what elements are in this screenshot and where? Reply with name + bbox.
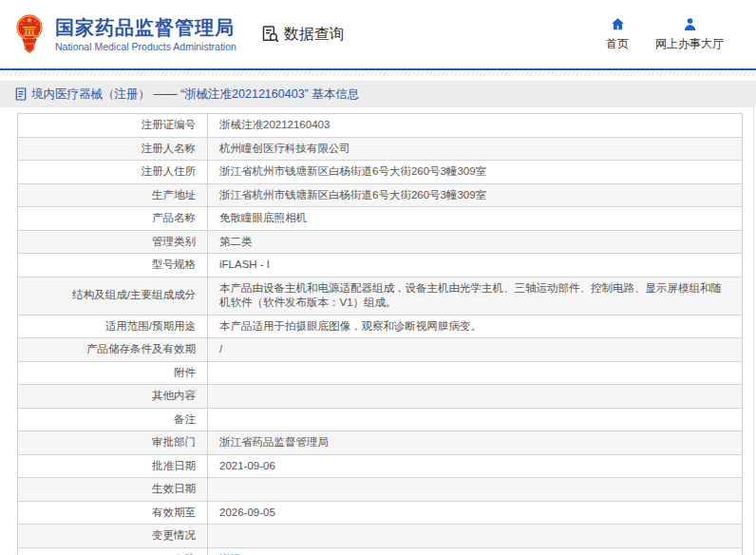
row-label: 型号规格 (18, 254, 208, 278)
row-label: 注 (18, 547, 208, 555)
org-name-cn: 国家药品监督管理局 (55, 17, 236, 39)
row-value (208, 525, 743, 548)
hatched-band (0, 70, 756, 77)
row-label: 注册人住所 (18, 161, 208, 184)
row-label: 产品储存条件及有效期 (18, 338, 208, 362)
national-emblem-icon (15, 13, 44, 55)
table-row: 管理类别第二类 (18, 230, 743, 254)
data-query-nav[interactable]: 数据查询 (261, 25, 345, 45)
page: 国家药品监督管理局 National Medical Products Admi… (0, 0, 756, 555)
row-label: 管理类别 (18, 230, 208, 254)
table-row: 注册人住所浙江省杭州市钱塘新区白杨街道6号大街260号3幢309室 (18, 161, 743, 184)
row-value: 第二类 (208, 230, 743, 254)
breadcrumb: 境内医疗器械（注册） —— “浙械注准20212160403” 基本信息 (0, 81, 756, 107)
nav-service-hall[interactable]: 网上办事大厅 (655, 16, 724, 52)
row-label: 变更情况 (18, 525, 208, 548)
table-row: 备注 (18, 408, 743, 431)
row-value: 杭州瞳创医疗科技有限公司 (208, 137, 743, 161)
row-label: 批准日期 (18, 454, 208, 478)
table-row: 审批部门浙江省药品监督管理局 (18, 431, 743, 455)
row-value: 本产品适用于拍摄眼底图像，观察和诊断视网膜病变。 (208, 315, 743, 338)
org-title-block: 国家药品监督管理局 National Medical Products Admi… (55, 17, 236, 52)
row-label: 产品名称 (18, 207, 208, 231)
table-row: 适用范围/预期用途本产品适用于拍摄眼底图像，观察和诊断视网膜病变。 (18, 315, 743, 338)
row-label: 注册人名称 (18, 137, 208, 161)
nav-home-label: 首页 (606, 36, 629, 52)
row-label: 有效期至 (18, 501, 208, 525)
home-icon (610, 16, 626, 32)
nav-home[interactable]: 首页 (606, 16, 629, 52)
row-value: 2026-09-05 (208, 501, 743, 525)
org-name-en: National Medical Products Administration (55, 41, 236, 52)
row-label: 附件 (18, 361, 208, 385)
table-row: 结构及组成/主要组成成分本产品由设备主机和电源适配器组成，设备主机由光学主机、三… (18, 277, 743, 315)
row-value: / (208, 338, 743, 362)
row-value (208, 361, 743, 385)
row-label: 生效日期 (18, 478, 208, 502)
row-value (208, 478, 743, 502)
document-search-icon (261, 25, 280, 44)
row-value (208, 408, 743, 431)
document-icon (15, 87, 27, 101)
row-label: 适用范围/预期用途 (18, 315, 208, 338)
data-query-label: 数据查询 (284, 25, 345, 45)
table-row: 产品名称免散瞳眼底照相机 (18, 207, 743, 231)
table-row: 注详情 (18, 547, 743, 555)
row-value: 浙江省药品监督管理局 (208, 431, 743, 455)
row-value: 浙江省杭州市钱塘新区白杨街道6号大街260号3幢309室 (208, 161, 743, 184)
nav-service-hall-label: 网上办事大厅 (655, 36, 724, 52)
row-value: 浙江省杭州市钱塘新区白杨街道6号大街260号3幢309室 (208, 183, 743, 207)
row-label: 结构及组成/主要组成成分 (18, 277, 208, 315)
table-row: 型号规格iFLASH - I (18, 254, 743, 278)
row-value: iFLASH - I (208, 254, 743, 278)
table-row: 其他内容 (18, 385, 743, 409)
table-row: 附件 (18, 361, 743, 385)
breadcrumb-text: 境内医疗器械（注册） —— “浙械注准20212160403” 基本信息 (31, 86, 359, 103)
table-row: 注册证编号浙械注准20212160403 (18, 114, 743, 138)
table-row: 生产地址浙江省杭州市钱塘新区白杨街道6号大街260号3幢309室 (18, 183, 743, 207)
info-table-wrap: 注册证编号浙械注准20212160403注册人名称杭州瞳创医疗科技有限公司注册人… (0, 107, 756, 555)
table-row: 生效日期 (18, 478, 743, 502)
row-value: 浙械注准20212160403 (208, 114, 743, 138)
table-row: 注册人名称杭州瞳创医疗科技有限公司 (18, 137, 743, 161)
row-value: 本产品由设备主机和电源适配器组成，设备主机由光学主机、三轴运动部件、控制电路、显… (208, 277, 743, 315)
row-label: 生产地址 (18, 183, 208, 207)
row-value: 2021-09-06 (208, 454, 743, 478)
row-label: 注册证编号 (18, 114, 208, 138)
row-label: 审批部门 (18, 431, 208, 455)
row-label: 其他内容 (18, 385, 208, 409)
site-header: 国家药品监督管理局 National Medical Products Admi… (0, 0, 756, 68)
table-row: 批准日期2021-09-06 (18, 454, 743, 478)
table-row: 产品储存条件及有效期/ (18, 338, 743, 362)
top-nav: 首页 网上办事大厅 (606, 16, 724, 52)
table-row: 有效期至2026-09-05 (18, 501, 743, 525)
person-icon (682, 16, 698, 32)
row-value: 详情 (208, 547, 743, 555)
registration-info-table: 注册证编号浙械注准20212160403注册人名称杭州瞳创医疗科技有限公司注册人… (17, 113, 743, 555)
table-row: 变更情况 (18, 525, 743, 548)
info-table-body: 注册证编号浙械注准20212160403注册人名称杭州瞳创医疗科技有限公司注册人… (18, 114, 743, 555)
row-value (208, 385, 743, 409)
row-value: 免散瞳眼底照相机 (208, 207, 743, 231)
row-label: 备注 (18, 408, 208, 431)
page-right-edge (753, 106, 754, 555)
